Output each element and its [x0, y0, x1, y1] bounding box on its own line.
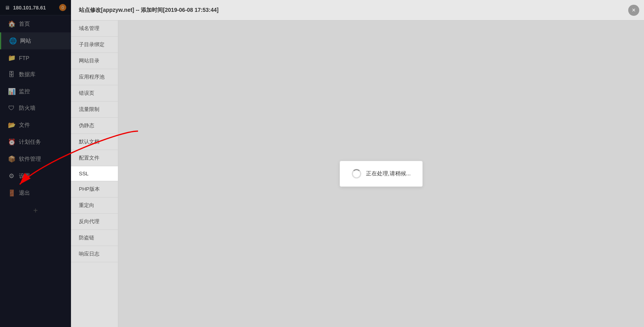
- loading-spinner: [352, 169, 361, 179]
- modal-menu-proxy[interactable]: 反向代理: [71, 214, 118, 230]
- modal-menu-ssl[interactable]: SSL: [71, 166, 118, 181]
- modal-menu-hotlink[interactable]: 防盗链: [71, 230, 118, 246]
- modal-menu-errorpage[interactable]: 错误页: [71, 85, 118, 101]
- modal-menu-domain[interactable]: 域名管理: [71, 21, 118, 37]
- modal-menu-pseudostatic[interactable]: 伪静态: [71, 118, 118, 134]
- processing-box: 正在处理,请稍候...: [340, 161, 423, 187]
- modal-menu-log[interactable]: 响应日志: [71, 246, 118, 262]
- modal-title-text: 站点修改[appzyw.net] -- 添加时间[2019-06-08 17:5…: [79, 7, 218, 14]
- modal-overlay: 站点修改[appzyw.net] -- 添加时间[2019-06-08 17:5…: [0, 0, 644, 327]
- modal-body: 域名管理 子目录绑定 网站目录 应用程序池 错误页 流量限制 伪静态 默认文档 …: [71, 21, 644, 327]
- modal-content: 正在处理,请稍候...: [118, 21, 644, 327]
- modal-menu-config[interactable]: 配置文件: [71, 150, 118, 166]
- modal-menu-subdir[interactable]: 子目录绑定: [71, 37, 118, 53]
- modal-close-button[interactable]: ×: [628, 5, 639, 16]
- modal-menu-defaultdoc[interactable]: 默认文档: [71, 134, 118, 150]
- modal: 站点修改[appzyw.net] -- 添加时间[2019-06-08 17:5…: [71, 0, 644, 327]
- modal-title-bar: 站点修改[appzyw.net] -- 添加时间[2019-06-08 17:5…: [71, 0, 644, 21]
- modal-menu: 域名管理 子目录绑定 网站目录 应用程序池 错误页 流量限制 伪静态 默认文档 …: [71, 21, 118, 327]
- processing-text: 正在处理,请稍候...: [366, 170, 411, 177]
- modal-menu-redirect[interactable]: 重定向: [71, 197, 118, 214]
- modal-menu-apppool[interactable]: 应用程序池: [71, 69, 118, 85]
- modal-menu-webdir[interactable]: 网站目录: [71, 53, 118, 69]
- modal-menu-traffic[interactable]: 流量限制: [71, 101, 118, 118]
- modal-menu-php[interactable]: PHP版本: [71, 181, 118, 197]
